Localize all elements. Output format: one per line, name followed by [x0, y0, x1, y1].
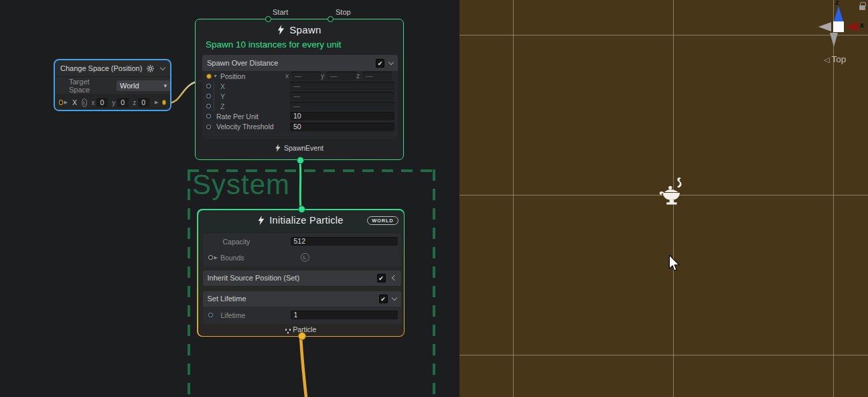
- dropdown-arrow-icon: ▾: [163, 82, 167, 89]
- y-axis-letter: y: [112, 99, 115, 106]
- z-value-field[interactable]: 0: [138, 98, 149, 107]
- capacity-field[interactable]: 512: [291, 237, 398, 246]
- spawn-over-distance-header[interactable]: Spawn Over Distance ✔: [202, 55, 398, 71]
- z-axis-letter: z: [133, 99, 136, 106]
- system-group-border-right: [433, 169, 435, 397]
- z-port[interactable]: [206, 104, 211, 108]
- position-y-row[interactable]: Y —: [202, 91, 398, 101]
- initialize-input-port[interactable]: [298, 206, 305, 213]
- position-port[interactable]: [206, 74, 212, 79]
- scene-view[interactable]: z x ◁Top: [459, 0, 868, 397]
- grid-line: [459, 355, 868, 355]
- stop-input-port[interactable]: [328, 16, 334, 22]
- gizmo-down-cone[interactable]: [830, 33, 838, 47]
- wire-particle-output[interactable]: [301, 337, 306, 397]
- position-x-row[interactable]: X —: [202, 81, 398, 91]
- world-space-badge[interactable]: WORLD: [367, 216, 398, 226]
- velocity-threshold-row[interactable]: Velocity Threshold 50: [202, 122, 398, 133]
- rate-per-unit-field[interactable]: 10: [290, 112, 394, 121]
- expander-right-icon[interactable]: ▶: [64, 100, 68, 105]
- target-space-row: Target Space World ▾: [55, 77, 170, 94]
- view-mode-label[interactable]: ◁Top: [824, 54, 846, 64]
- gizmo-z-axis-label: z: [835, 0, 839, 6]
- bounds-row[interactable]: ▶ Bounds L: [203, 250, 401, 266]
- chevron-down-icon[interactable]: [388, 59, 394, 64]
- gizmo-x-axis-label: x: [860, 21, 864, 29]
- x-value-field[interactable]: 0: [96, 98, 108, 107]
- lifetime-row[interactable]: Lifetime 1: [203, 307, 401, 324]
- position-z-field[interactable]: —: [362, 72, 392, 80]
- change-space-io-row: ▶ X L x 0 y 0 z 0 ▶: [55, 94, 170, 110]
- set-lifetime-block[interactable]: Set Lifetime ✔ Lifetime 1: [203, 291, 401, 324]
- gizmo-z-cone[interactable]: [834, 6, 843, 21]
- z-axis-letter: z: [356, 72, 360, 80]
- x-axis-letter: x: [91, 99, 94, 106]
- particle-output-port[interactable]: [298, 332, 306, 340]
- grid-line: [513, 0, 514, 397]
- capacity-row[interactable]: Capacity 512: [203, 234, 401, 250]
- lightning-icon: [275, 144, 281, 152]
- expander-right-icon[interactable]: ▶: [214, 255, 218, 260]
- tree-line: [214, 81, 214, 91]
- gear-icon[interactable]: [147, 65, 154, 72]
- rate-per-unit-row[interactable]: Rate Per Unit 10: [202, 111, 398, 122]
- set-lifetime-header[interactable]: Set Lifetime ✔: [203, 291, 401, 307]
- y-field[interactable]: —: [290, 92, 394, 100]
- spawn-context-node[interactable]: Start Stop Spawn Spawn 10 instances for …: [195, 19, 404, 160]
- gizmo-x-cone[interactable]: [845, 22, 858, 31]
- rate-per-unit-port[interactable]: [206, 114, 211, 118]
- system-group-border-left: [188, 169, 190, 397]
- change-space-header[interactable]: Change Space (Position): [55, 60, 170, 77]
- vfx-graph-canvas[interactable]: System Start Stop Spawn Spawn 10 instanc…: [0, 0, 459, 397]
- change-space-input-port[interactable]: [59, 100, 63, 105]
- lock-icon[interactable]: [859, 5, 865, 10]
- target-space-label: Target Space: [69, 78, 111, 94]
- inherit-block-title: Inherit Source Position (Set): [208, 274, 377, 282]
- change-space-output-port[interactable]: [162, 100, 166, 105]
- x-label: X: [220, 82, 225, 90]
- capacity-label: Capacity: [223, 238, 250, 246]
- position-z-row[interactable]: Z —: [202, 101, 398, 111]
- bounds-space-toggle-icon[interactable]: L: [301, 253, 309, 262]
- initialize-particle-node[interactable]: Initialize Particle WORLD Capacity 512 ▶…: [197, 209, 405, 337]
- inherit-enabled-checkbox[interactable]: ✔: [377, 274, 386, 283]
- lifetime-enabled-checkbox[interactable]: ✔: [379, 295, 388, 303]
- tree-line: [214, 101, 214, 111]
- position-x-field[interactable]: —: [291, 72, 321, 80]
- tree-line: [214, 91, 214, 101]
- position-row[interactable]: ▼ Position x — y — z —: [202, 71, 398, 81]
- chevron-down-icon[interactable]: [391, 295, 396, 300]
- system-group-label: System: [192, 169, 290, 201]
- space-toggle-icon[interactable]: L: [82, 98, 88, 107]
- collapse-chevron-icon[interactable]: [160, 64, 165, 70]
- vfx-lamp-gizmo-icon[interactable]: [658, 177, 687, 209]
- spawn-over-distance-block[interactable]: Spawn Over Distance ✔ ▼ Position x — y —…: [202, 55, 398, 139]
- x-port[interactable]: [206, 84, 211, 88]
- lifetime-port[interactable]: [208, 313, 213, 317]
- y-port[interactable]: [206, 94, 211, 98]
- vfx-editor-window: System Start Stop Spawn Spawn 10 instanc…: [0, 0, 868, 397]
- change-space-node[interactable]: Change Space (Position) Target Space Wor…: [54, 59, 171, 111]
- z-field[interactable]: —: [290, 102, 394, 110]
- change-space-title: Change Space (Position): [60, 64, 147, 72]
- y-value-field[interactable]: 0: [117, 98, 129, 107]
- spawn-node-subtitle: Spawn 10 instances for every unit: [206, 39, 342, 50]
- velocity-threshold-field[interactable]: 50: [290, 123, 394, 131]
- start-port-label: Start: [273, 8, 288, 16]
- gizmo-left-cone[interactable]: [818, 22, 831, 31]
- lifetime-field[interactable]: 1: [291, 311, 398, 319]
- gizmo-center-cube[interactable]: [833, 21, 844, 32]
- chevron-left-icon[interactable]: [391, 275, 396, 281]
- block-enabled-checkbox[interactable]: ✔: [376, 59, 384, 68]
- velocity-threshold-port[interactable]: [206, 125, 211, 129]
- expander-down-icon[interactable]: ▼: [213, 74, 218, 78]
- inherit-source-position-block[interactable]: Inherit Source Position (Set) ✔: [203, 270, 401, 286]
- block-title: Spawn Over Distance: [207, 59, 376, 67]
- x-field[interactable]: —: [290, 82, 394, 90]
- position-y-field[interactable]: —: [327, 72, 356, 80]
- target-space-dropdown[interactable]: World ▾: [117, 80, 170, 92]
- wire-spawnevent-to-initialize[interactable]: [300, 161, 301, 209]
- start-input-port[interactable]: [265, 16, 271, 22]
- spawn-event-port[interactable]: [297, 157, 304, 164]
- bounds-port[interactable]: [208, 255, 213, 260]
